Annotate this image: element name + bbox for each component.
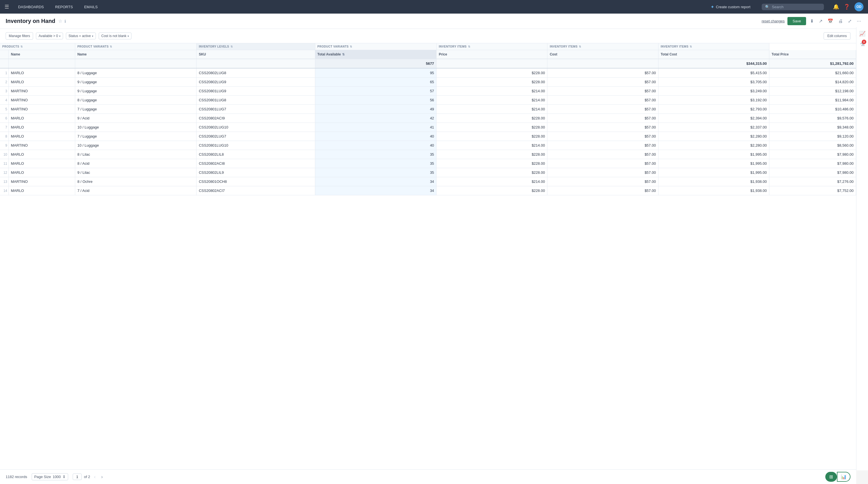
star-favorite-icon[interactable]: ☆ <box>58 19 62 24</box>
col-name[interactable]: Name <box>8 50 75 59</box>
col-total-cost[interactable]: Total Cost <box>658 50 769 59</box>
col-total-available[interactable]: Total Available ⇅ <box>315 50 437 59</box>
top-navigation: ☰ DASHBOARDS REPORTS EMAILS ✦ Create cus… <box>0 0 868 13</box>
cell-name: MARTINO <box>8 105 75 114</box>
data-table-container[interactable]: PRODUCTS ⇅ PRODUCT VARIANTS ⇅ <box>0 43 856 469</box>
cell-total-price: $7,752.00 <box>769 186 856 195</box>
print-icon[interactable]: 🖨 <box>837 18 844 25</box>
col-price[interactable]: Price <box>437 50 547 59</box>
edit-columns-label: Edit columns <box>827 34 847 38</box>
table-row: 3 MARTINO 9 / Luggage CSS20801LUG9 57 $2… <box>0 87 856 96</box>
cell-total-cost: $1,995.00 <box>658 150 769 159</box>
page-number-input[interactable] <box>73 474 82 480</box>
cell-price: $214.00 <box>437 96 547 105</box>
create-custom-report-label: Create custom report <box>716 5 750 9</box>
page-title: Inventory on Hand <box>6 18 55 24</box>
prev-page-button[interactable]: ‹ <box>92 474 97 480</box>
filter-available[interactable]: Available > 0 ▾ <box>36 33 63 39</box>
col-total-price[interactable]: Total Price <box>769 50 856 59</box>
nav-emails[interactable]: EMAILS <box>82 4 100 10</box>
page-of-label: of 2 <box>84 475 90 479</box>
filter-status[interactable]: Status = active ▾ <box>66 33 96 39</box>
help-icon[interactable]: ❓ <box>844 4 850 10</box>
cell-total-cost: $5,415.00 <box>658 68 769 78</box>
search-bar[interactable]: 🔍 <box>762 4 824 10</box>
col-cost[interactable]: Cost <box>547 50 658 59</box>
table-row: 12 MARLO 9 / Lilac CSS20802LIL9 35 $228.… <box>0 168 856 177</box>
reset-changes-link[interactable]: reset changes <box>762 19 785 23</box>
save-button[interactable]: Save <box>787 17 806 25</box>
cell-total-available: 34 <box>315 186 437 195</box>
cell-name: MARLO <box>8 78 75 87</box>
sort-icon[interactable]: ⇅ <box>230 45 233 48</box>
cell-name: MARLO <box>8 159 75 168</box>
sort-icon[interactable]: ⇅ <box>468 45 470 48</box>
sort-icon[interactable]: ⇅ <box>690 45 692 48</box>
page-header-right: reset changes Save ⬇ ↗ 📅 🖨 ⤢ ⋯ <box>762 17 862 25</box>
schedule-icon[interactable]: 📅 <box>827 17 834 25</box>
page-size-selector[interactable]: Page Size 1000 ⇕ <box>32 473 68 480</box>
edit-columns-button[interactable]: Edit columns <box>824 32 850 39</box>
summary-total-available: 5677 <box>315 59 437 68</box>
cell-total-price: $10,486.00 <box>769 105 856 114</box>
row-number: 10 <box>0 150 8 159</box>
table-row: 1 MARLO 8 / Luggage CSS20802LUG8 95 $228… <box>0 68 856 78</box>
cell-name: MARLO <box>8 186 75 195</box>
nav-reports[interactable]: REPORTS <box>53 4 75 10</box>
download-icon[interactable]: ⬇ <box>809 17 815 25</box>
chart-view-button[interactable]: 📊 <box>837 472 850 482</box>
cell-cost: $57.00 <box>547 68 658 78</box>
right-sidebar: 📈 ⚗ 3 <box>856 27 868 471</box>
cell-cost: $57.00 <box>547 150 658 159</box>
more-options-icon[interactable]: ⋯ <box>856 17 862 25</box>
cell-sku: CSS20802LUG7 <box>196 132 315 141</box>
row-number: 13 <box>0 177 8 186</box>
cell-variant-name: 9 / Luggage <box>75 78 196 87</box>
filter-cost[interactable]: Cost is not blank ▾ <box>99 33 131 39</box>
cell-total-cost: $3,705.00 <box>658 78 769 87</box>
next-page-button[interactable]: › <box>99 474 104 480</box>
sort-icon[interactable]: ⇅ <box>350 45 352 48</box>
cell-total-available: 49 <box>315 105 437 114</box>
nav-dashboards[interactable]: DASHBOARDS <box>16 4 46 10</box>
info-icon[interactable]: ℹ <box>64 19 66 24</box>
summary-row: 5677 $344,315.00 $1,281,792.00 <box>0 59 856 68</box>
table-view-button[interactable]: ⊞ <box>825 472 837 482</box>
col-sku[interactable]: SKU <box>196 50 315 59</box>
row-number: 14 <box>0 186 8 195</box>
table-row: 7 MARLO 10 / Luggage CSS20802LUG10 41 $2… <box>0 123 856 132</box>
cell-name: MARLO <box>8 150 75 159</box>
sort-icon[interactable]: ⇅ <box>579 45 581 48</box>
cell-sku: CSS20801LUG8 <box>196 96 315 105</box>
cell-variant-name: 7 / Acid <box>75 186 196 195</box>
manage-filters-button[interactable]: Manage filters <box>6 32 33 39</box>
user-avatar[interactable]: OD <box>855 2 864 11</box>
filter-cost-label: Cost is not blank <box>101 34 126 38</box>
cell-sku: CSS20802ACI7 <box>196 186 315 195</box>
search-input[interactable] <box>772 5 820 9</box>
cell-sku: CSS20802LUG8 <box>196 68 315 78</box>
chevron-down-icon: ▾ <box>127 34 129 38</box>
filter-sidebar-badge[interactable]: ⚗ 3 <box>860 41 865 48</box>
col-variant-name[interactable]: Name <box>75 50 196 59</box>
pagination: of 2 ‹ › <box>73 474 104 480</box>
cell-sku: CSS20802LUG9 <box>196 78 315 87</box>
cell-total-price: $9,576.00 <box>769 114 856 123</box>
table-row: 5 MARTINO 7 / Luggage CSS20801LUG7 49 $2… <box>0 105 856 114</box>
sort-icon[interactable]: ⇅ <box>20 45 23 48</box>
cell-name: MARTINO <box>8 177 75 186</box>
row-number: 8 <box>0 132 8 141</box>
external-link-icon[interactable]: ⤢ <box>847 17 853 25</box>
notification-icon[interactable]: 🔔 <box>833 4 839 10</box>
share-icon[interactable]: ↗ <box>818 17 824 25</box>
create-custom-report-button[interactable]: ✦ Create custom report <box>711 4 750 10</box>
group-inventory-items-3: INVENTORY ITEMS ⇅ <box>658 43 769 50</box>
sort-icon[interactable]: ⇅ <box>110 45 112 48</box>
group-products: PRODUCTS ⇅ <box>0 43 75 50</box>
menu-icon[interactable]: ☰ <box>4 4 9 10</box>
cell-sku: CSS20801LUG7 <box>196 105 315 114</box>
chart-sidebar-icon[interactable]: 📈 <box>859 31 865 37</box>
table-row: 8 MARLO 7 / Luggage CSS20802LUG7 40 $228… <box>0 132 856 141</box>
cell-total-cost: $1,995.00 <box>658 168 769 177</box>
cell-total-available: 35 <box>315 168 437 177</box>
